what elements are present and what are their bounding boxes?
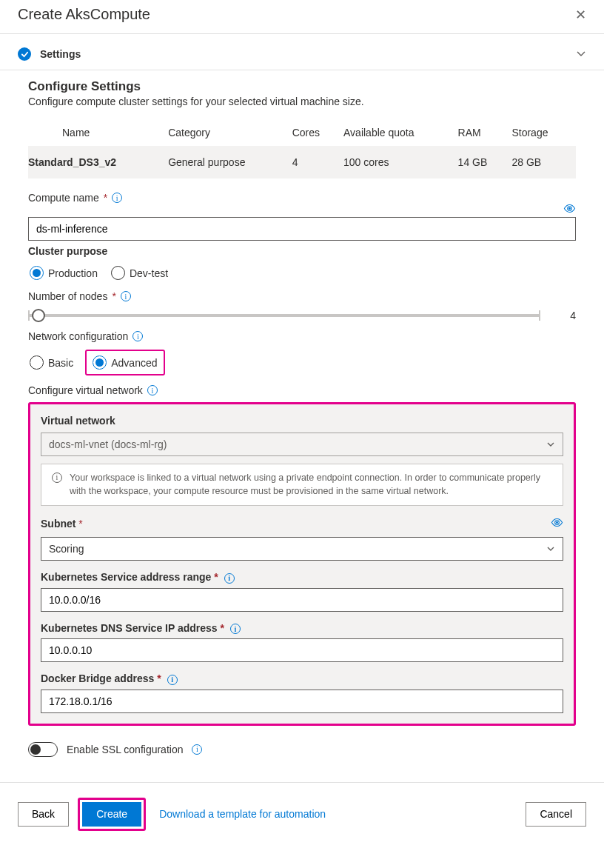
- vm-name: Standard_DS3_v2: [28, 146, 168, 178]
- col-name: Name: [28, 119, 168, 146]
- vnet-label: Virtual network: [41, 415, 563, 427]
- vm-size-table: Name Category Cores Available quota RAM …: [28, 119, 576, 178]
- download-template-link[interactable]: Download a template for automation: [159, 808, 326, 820]
- vm-quota: 100 cores: [343, 146, 458, 178]
- chevron-down-icon: [546, 440, 555, 449]
- info-icon: i: [52, 473, 62, 483]
- info-icon[interactable]: i: [230, 624, 241, 634]
- col-storage: Storage: [511, 119, 576, 146]
- info-icon[interactable]: i: [112, 193, 122, 203]
- dialog-header: Create AksCompute ✕: [0, 0, 604, 34]
- slider-thumb[interactable]: [32, 309, 45, 322]
- vm-storage: 28 GB: [511, 146, 576, 178]
- subnet-label: Subnet *: [41, 518, 83, 530]
- col-category: Category: [168, 119, 292, 146]
- back-button[interactable]: Back: [18, 802, 69, 827]
- highlight-create: Create: [78, 798, 146, 831]
- radio-production[interactable]: Production: [28, 264, 99, 281]
- dialog-footer: Back Create Download a template for auto…: [0, 782, 604, 846]
- preview-icon[interactable]: [551, 516, 563, 531]
- svg-point-1: [556, 521, 558, 524]
- chevron-down-icon: [576, 48, 586, 61]
- docker-bridge-label: Docker Bridge address * i: [41, 672, 563, 685]
- checkmark-circle-icon: [18, 47, 31, 61]
- cluster-purpose-label: Cluster purpose: [28, 245, 576, 257]
- close-icon[interactable]: ✕: [575, 7, 586, 23]
- k8s-dns-label: Kubernetes DNS Service IP address * i: [41, 622, 563, 635]
- col-quota: Available quota: [343, 119, 458, 146]
- configure-vnet-label: Configure virtual network i: [28, 384, 576, 396]
- step-header-settings[interactable]: Settings: [0, 34, 604, 70]
- ssl-toggle[interactable]: [28, 742, 58, 757]
- compute-name-input[interactable]: [28, 217, 576, 241]
- info-icon[interactable]: i: [147, 385, 158, 395]
- cancel-button[interactable]: Cancel: [526, 802, 586, 827]
- chevron-down-icon: [546, 544, 555, 553]
- vm-cores: 4: [292, 146, 343, 178]
- k8s-dns-input[interactable]: [41, 638, 563, 662]
- vm-row: Standard_DS3_v2 General purpose 4 100 co…: [28, 146, 576, 178]
- highlight-advanced: Advanced: [85, 350, 164, 375]
- svg-point-0: [568, 207, 571, 210]
- ssl-label: Enable SSL configuration: [67, 744, 183, 755]
- col-ram: RAM: [458, 119, 512, 146]
- vnet-select: docs-ml-vnet (docs-ml-rg): [41, 433, 563, 456]
- info-icon[interactable]: i: [132, 331, 143, 341]
- preview-icon[interactable]: [563, 202, 576, 217]
- subnet-select[interactable]: Scoring: [41, 537, 563, 561]
- configure-heading: Configure Settings: [28, 79, 576, 94]
- radio-basic[interactable]: Basic: [28, 354, 75, 371]
- radio-dev-test[interactable]: Dev-test: [110, 264, 170, 281]
- nodes-label: Number of nodes * i: [28, 290, 576, 302]
- info-icon[interactable]: i: [224, 573, 235, 584]
- k8s-range-input[interactable]: [41, 588, 563, 612]
- dialog-title: Create AksCompute: [18, 6, 150, 23]
- k8s-range-label: Kubernetes Service address range * i: [41, 571, 563, 584]
- info-icon[interactable]: i: [121, 291, 131, 301]
- netconf-label: Network configuration i: [28, 330, 576, 342]
- configure-description: Configure compute cluster settings for y…: [28, 96, 576, 107]
- col-cores: Cores: [292, 119, 343, 146]
- vm-ram: 14 GB: [458, 146, 512, 178]
- vm-category: General purpose: [168, 146, 292, 178]
- create-button[interactable]: Create: [82, 802, 141, 827]
- radio-advanced[interactable]: Advanced: [91, 354, 158, 371]
- info-icon[interactable]: i: [167, 675, 178, 685]
- info-icon[interactable]: i: [192, 744, 202, 755]
- nodes-value: 4: [555, 310, 576, 321]
- vnet-panel: Virtual network docs-ml-vnet (docs-ml-rg…: [28, 402, 576, 726]
- step-title: Settings: [40, 48, 81, 60]
- docker-bridge-input[interactable]: [41, 690, 563, 713]
- nodes-slider[interactable]: [28, 314, 540, 317]
- vnet-info-message: i Your workspace is linked to a virtual …: [41, 464, 563, 506]
